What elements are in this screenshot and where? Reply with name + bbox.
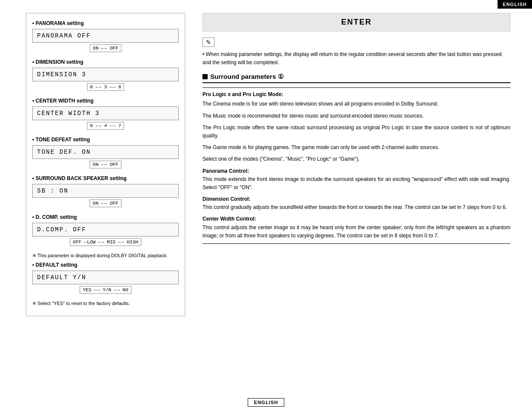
section-divider — [202, 87, 510, 88]
panorama-scale: ON ←→ OFF — [90, 44, 121, 52]
default-display: DEFAULT Y/N — [32, 271, 179, 284]
panorama-label: • PANORAMA setting — [32, 20, 179, 26]
tone-defeat-display: TONE DEF. ON — [32, 145, 179, 159]
center-width-scale: 0 ←→ 4 ←→ 7 — [87, 122, 124, 130]
pencil-icon: ✎ — [202, 37, 215, 47]
surround-heading-text: Surround parameters ① — [210, 73, 283, 81]
dcomp-display: D.COMP. OFF — [32, 223, 179, 237]
top-language-badge: ENGLISH — [498, 0, 532, 9]
surround-back-display: SB : ON — [32, 184, 179, 198]
tone-defeat-scale: ON ←→ OFF — [90, 161, 121, 168]
enter-header: ENTER — [202, 13, 510, 31]
dimension-scale: 0 ←→ 3 ←→ 6 — [87, 83, 124, 91]
surround-heading: Surround parameters ① — [202, 73, 510, 83]
para-1: The Music mode is recommended for stereo… — [202, 112, 510, 120]
dimension-control-title: Dimension Control: — [202, 196, 250, 202]
dimension-label: • DIMENSION setting — [32, 59, 179, 65]
center-width-display: CENTER WIDTH 3 — [32, 106, 179, 120]
left-column: • PANORAMA setting PANORAMA OFF ON ←→ OF… — [26, 13, 185, 316]
right-column: ENTER ✎ • When making parameter settings… — [198, 13, 515, 316]
default-note: ※ Select "YES" to reset to the factory d… — [32, 301, 179, 306]
center-width-section: • CENTER WIDTH setting CENTER WIDTH 3 0 … — [32, 98, 179, 130]
para-4: Select one of the modes ("Cinema", "Musi… — [202, 155, 510, 163]
panorama-control-body: This mode extends the front stereo image… — [202, 176, 510, 190]
panorama-display: PANORAMA OFF — [32, 29, 179, 43]
default-scale: YES ←→ Y/N ←→ NO — [80, 286, 131, 294]
bottom-divider — [202, 243, 510, 244]
black-square-icon — [202, 74, 208, 79]
tone-defeat-label: • TONE DEFEAT setting — [32, 137, 179, 143]
dcomp-label: • D. COMP. setting — [32, 214, 179, 220]
para-2: The Pro Logic mode offers the same robus… — [202, 124, 510, 140]
dimension-control-section: Dimension Control: This control graduall… — [202, 195, 510, 212]
dimension-section: • DIMENSION setting DIMENSION 3 0 ←→ 3 ←… — [32, 59, 179, 91]
tone-defeat-section: • TONE DEFEAT setting TONE DEF. ON ON ←→… — [32, 137, 179, 168]
surround-back-label: • SURROUND BACK SPEAKER setting — [32, 175, 179, 181]
dimension-display: DIMENSION 3 — [32, 68, 179, 81]
center-width-control-title: Center Width Control: — [202, 216, 256, 222]
dimension-control-body: This control gradually adjusts the sound… — [202, 204, 507, 210]
surround-back-section: • SURROUND BACK SPEAKER setting SB : ON … — [32, 175, 179, 207]
center-width-label: • CENTER WIDTH setting — [32, 98, 179, 104]
dcomp-section: • D. COMP. setting D.COMP. OFF OFF ←LOW … — [32, 214, 179, 246]
center-width-control-body: This control adjusts the center image so… — [202, 224, 510, 239]
dolby-note: ※ This parameter is displayed during DOL… — [32, 253, 179, 258]
bottom-language-badge: ENGLISH — [248, 398, 285, 407]
default-label: • DEFAULT setting — [32, 262, 179, 268]
panorama-control-title: Panorama Control: — [202, 168, 249, 174]
dcomp-scale: OFF ←LOW ←→ MID ←→ HIGH — [70, 238, 141, 246]
enter-note: • When making parameter settings, the di… — [202, 50, 510, 67]
para-3: The Game mode is for playing games. The … — [202, 143, 510, 152]
panorama-section: • PANORAMA setting PANORAMA OFF ON ←→ OF… — [32, 20, 179, 52]
center-width-control-section: Center Width Control: This control adjus… — [202, 215, 510, 240]
pro-logic-title: Pro Logic x and Pro Logic Mode: — [202, 91, 510, 97]
surround-back-scale: ON ←→ OFF — [90, 199, 121, 207]
panorama-control-section: Panorama Control: This mode extends the … — [202, 167, 510, 192]
default-section: • DEFAULT setting DEFAULT Y/N YES ←→ Y/N… — [32, 262, 179, 294]
para-0: The Cinema mode is for use with stereo t… — [202, 100, 510, 108]
